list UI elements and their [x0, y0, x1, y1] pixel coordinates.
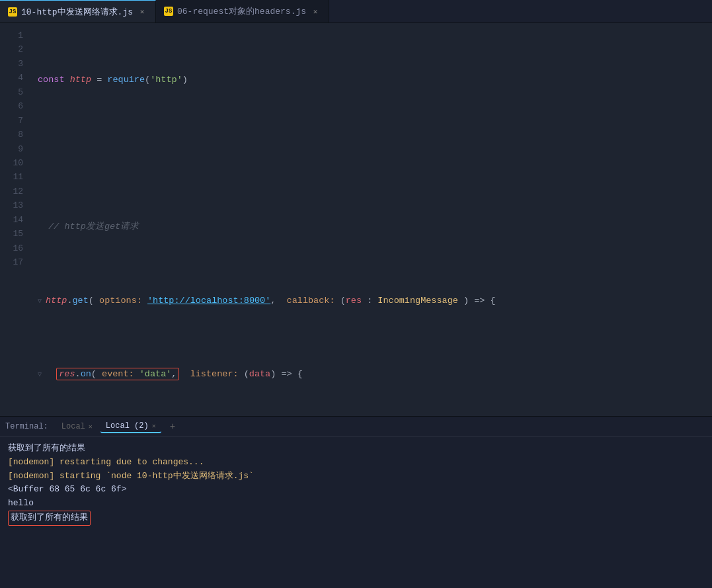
code-container: 1 2 3 4 5 6 7 8 9 10 11 12 13 14 15 16 1…	[0, 23, 712, 416]
code-line-2	[35, 146, 712, 161]
tab-icon-2: JS	[164, 7, 173, 16]
terminal-tab-local-label: Local	[61, 422, 85, 431]
tab-label-2: 06-request对象的headers.js	[177, 5, 306, 17]
terminal-text-3: [nodemon] starting `node 10-http中发送网络请求.…	[8, 471, 254, 481]
terminal-tab-bar: Terminal: Local ✕ Local (2) ✕ +	[0, 417, 712, 437]
terminal-output: 获取到了所有的结果 [nodemon] restarting due to ch…	[0, 437, 712, 588]
line-numbers: 1 2 3 4 5 6 7 8 9 10 11 12 13 14 15 16 1…	[0, 23, 30, 416]
tab-bar: JS 10-http中发送网络请求.js ✕ JS 06-request对象的h…	[0, 0, 712, 23]
terminal-text-5: hello	[8, 498, 34, 508]
terminal-text-6: 获取到了所有的结果	[8, 511, 91, 526]
terminal-label: Terminal:	[5, 422, 48, 431]
terminal-section: Terminal: Local ✕ Local (2) ✕ + 获取到了所有的结…	[0, 416, 712, 588]
tab-icon-1: JS	[8, 7, 17, 17]
code-line-3: // http发送get请求	[35, 220, 712, 234]
terminal-text-1: 获取到了所有的结果	[8, 443, 85, 453]
tab-label-1: 10-http中发送网络请求.js	[21, 6, 133, 18]
terminal-tab-local[interactable]: Local ✕	[56, 421, 98, 433]
tab-close-2[interactable]: ✕	[310, 6, 321, 17]
code-line-1: const http = require('http')	[35, 73, 712, 87]
code-line-5: ▽ res.on( event: 'data', listener: (data…	[35, 367, 712, 382]
terminal-tab-local-close[interactable]: ✕	[89, 423, 93, 431]
tab-file2[interactable]: JS 06-request对象的headers.js ✕	[156, 0, 329, 22]
terminal-line-2: [nodemon] restarting due to changes...	[8, 456, 704, 470]
terminal-tab-local2-close[interactable]: ✕	[152, 422, 156, 430]
terminal-line-1: 获取到了所有的结果	[8, 442, 704, 456]
code-content[interactable]: const http = require('http') // http发送ge…	[30, 23, 712, 416]
terminal-text-2: [nodemon] restarting due to changes...	[8, 457, 204, 467]
terminal-line-5: hello	[8, 497, 704, 511]
tab-close-1[interactable]: ✕	[137, 7, 147, 17]
code-line-4: ▽http.get( options: 'http://localhost:80…	[35, 294, 712, 308]
terminal-line-4: <Buffer 68 65 6c 6c 6f>	[8, 483, 704, 497]
terminal-add-button[interactable]: +	[167, 420, 178, 433]
editor: 1 2 3 4 5 6 7 8 9 10 11 12 13 14 15 16 1…	[0, 23, 712, 416]
terminal-line-6: 获取到了所有的结果	[8, 511, 704, 526]
terminal-line-3: [nodemon] starting `node 10-http中发送网络请求.…	[8, 470, 704, 483]
terminal-text-4: <Buffer 68 65 6c 6c 6f>	[8, 484, 126, 494]
terminal-tab-local2-label: Local (2)	[106, 421, 149, 431]
tab-file1[interactable]: JS 10-http中发送网络请求.js ✕	[0, 0, 156, 22]
terminal-tab-local2[interactable]: Local (2) ✕	[100, 420, 161, 433]
